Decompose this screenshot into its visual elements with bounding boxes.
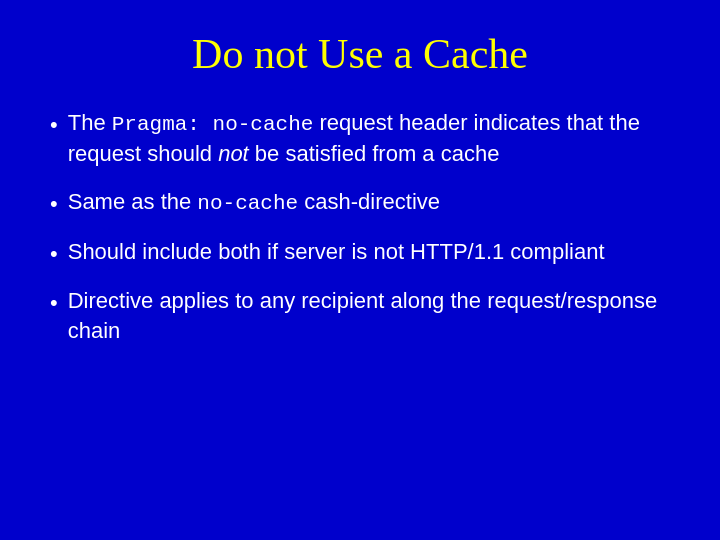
bullet-text-1: The Pragma: no-cache request header indi… — [68, 108, 670, 169]
italic-not: not — [218, 141, 249, 166]
code-no-cache: no-cache — [197, 192, 298, 215]
bullet-list: • The Pragma: no-cache request header in… — [50, 108, 670, 364]
code-pragma: Pragma: no-cache — [112, 113, 314, 136]
slide: Do not Use a Cache • The Pragma: no-cach… — [0, 0, 720, 540]
bullet-text-3: Should include both if server is not HTT… — [68, 237, 670, 267]
list-item: • Should include both if server is not H… — [50, 237, 670, 269]
bullet-point: • — [50, 189, 58, 219]
bullet-point: • — [50, 288, 58, 318]
bullet-text-2: Same as the no-cache cash-directive — [68, 187, 670, 218]
slide-title: Do not Use a Cache — [50, 30, 670, 78]
list-item: • Directive applies to any recipient alo… — [50, 286, 670, 345]
list-item: • The Pragma: no-cache request header in… — [50, 108, 670, 169]
list-item: • Same as the no-cache cash-directive — [50, 187, 670, 219]
bullet-text-4: Directive applies to any recipient along… — [68, 286, 670, 345]
bullet-point: • — [50, 239, 58, 269]
bullet-point: • — [50, 110, 58, 140]
